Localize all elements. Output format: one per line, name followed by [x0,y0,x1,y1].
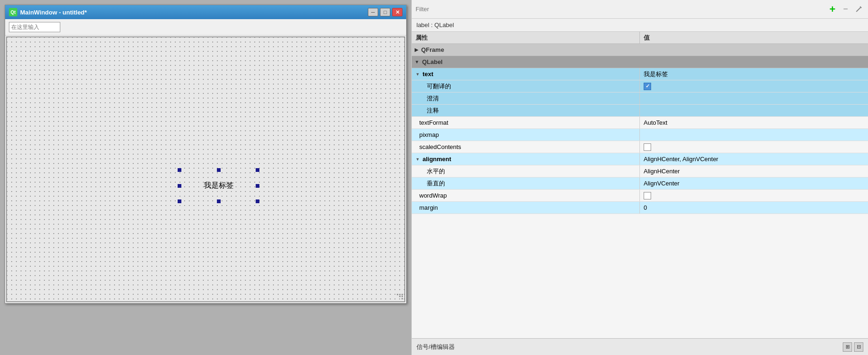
prop-value-margin: 0 [640,204,868,211]
signal-editor-buttons: ⊞ ⊟ [843,342,863,352]
handle-bc[interactable] [217,199,221,203]
handle-tl[interactable] [178,168,181,172]
add-property-button[interactable]: + [827,4,838,15]
close-button[interactable]: ✕ [392,8,402,16]
prop-row-pixmap[interactable]: pixmap [412,129,868,141]
prop-row-horizontal[interactable]: 水平的 AlignHCenter [412,165,868,178]
prop-name-vertical: 垂直的 [412,178,640,189]
prop-name-disambiguation: 澄清 [412,92,640,104]
qframe-expand-icon: ▶ [415,47,418,52]
edit-property-button[interactable] [853,4,864,15]
prop-row-margin[interactable]: margin 0 [412,202,868,214]
scaledcontents-checkbox[interactable] [644,143,651,151]
signal-expand-button[interactable]: ⊞ [843,342,852,352]
prop-row-scaledcontents[interactable]: scaledContents [412,141,868,153]
signal-detach-button[interactable]: ⊟ [854,342,863,352]
handle-tc[interactable] [217,168,221,172]
window-title: MainWindow - untitled* [20,9,365,16]
prop-value-wordwrap [640,192,868,199]
prop-value-alignment: AlignHCenter, AlignVCenter [640,156,868,163]
design-canvas[interactable]: 我是标签 [6,36,405,302]
prop-toolbar: + − [412,0,868,19]
group-qlabel-label: QLabel [422,58,443,65]
group-qframe[interactable]: ▶ QFrame [412,44,868,56]
header-property-value: 值 [640,32,653,43]
prop-row-disambiguation[interactable]: 澄清 [412,92,868,105]
prop-name-horizontal: 水平的 [412,165,640,177]
header-property-name: 属性 [412,32,640,43]
signal-editor-label: 信号/槽编辑器 [416,343,455,351]
handle-bl[interactable] [178,199,181,203]
properties-table-header: 属性 值 [412,32,868,44]
minimize-button[interactable]: ─ [368,8,378,16]
prop-name-pixmap: pixmap [412,129,640,141]
filter-input[interactable] [416,3,825,15]
label-info-text: label : QLabel [416,21,454,28]
svg-line-0 [856,7,861,12]
text-input[interactable] [9,22,60,32]
prop-name-scaledcontents: scaledContents [412,141,640,153]
prop-value-vertical: AlignVCenter [640,180,868,187]
handle-br[interactable] [256,199,259,203]
pencil-icon [855,6,862,13]
prop-row-comment[interactable]: 注释 [412,105,868,117]
prop-name-comment: 注释 [412,105,640,116]
prop-value-horizontal: AlignHCenter [640,168,868,175]
handle-mr[interactable] [256,184,259,188]
restore-button[interactable]: □ [380,8,390,16]
remove-property-button[interactable]: − [840,4,851,15]
handle-ml[interactable] [178,184,181,188]
prop-name-wordwrap: wordWrap [412,190,640,201]
qlabel-expand-icon: ▼ [415,59,419,64]
group-qlabel[interactable]: ▼ QLabel [412,56,868,68]
qt-logo: Qt [9,8,17,16]
label-widget[interactable]: 我是标签 [178,168,259,203]
prop-name-alignment: alignment [412,153,640,165]
prop-name-translatable: 可翻译的 [412,80,640,92]
input-area [5,19,406,36]
property-table: ▶ QFrame ▼ QLabel text 我是标签 可翻译的 澄清 注释 [412,44,868,338]
prop-row-textformat[interactable]: textFormat AutoText [412,117,868,129]
translatable-checkbox[interactable] [644,83,651,90]
properties-panel: + − label : QLabel 属性 值 ▶ QFrame ▼ QLabe… [411,0,868,355]
signal-editor-bar: 信号/槽编辑器 ⊞ ⊟ [412,338,868,355]
prop-name-margin: margin [412,202,640,213]
prop-value-translatable [640,83,868,90]
group-qframe-label: QFrame [421,46,444,53]
resize-handle[interactable] [397,294,402,299]
titlebar: Qt MainWindow - untitled* ─ □ ✕ [5,5,406,19]
handle-tr[interactable] [256,168,259,172]
qt-designer-window: Qt MainWindow - untitled* ─ □ ✕ 我是标签 [5,5,407,304]
label-display-text: 我是标签 [204,181,234,191]
prop-value-text: 我是标签 [640,70,868,78]
prop-row-wordwrap[interactable]: wordWrap [412,190,868,202]
label-info-bar: label : QLabel [412,19,868,32]
prop-value-scaledcontents [640,143,868,151]
wordwrap-checkbox[interactable] [644,192,651,199]
prop-row-vertical[interactable]: 垂直的 AlignVCenter [412,178,868,190]
title-buttons: ─ □ ✕ [368,8,402,16]
prop-value-textformat: AutoText [640,119,868,126]
prop-row-translatable[interactable]: 可翻译的 [412,80,868,92]
prop-name-textformat: textFormat [412,117,640,128]
prop-name-text: text [412,68,640,80]
prop-row-text[interactable]: text 我是标签 [412,68,868,80]
prop-row-alignment[interactable]: alignment AlignHCenter, AlignVCenter [412,153,868,165]
